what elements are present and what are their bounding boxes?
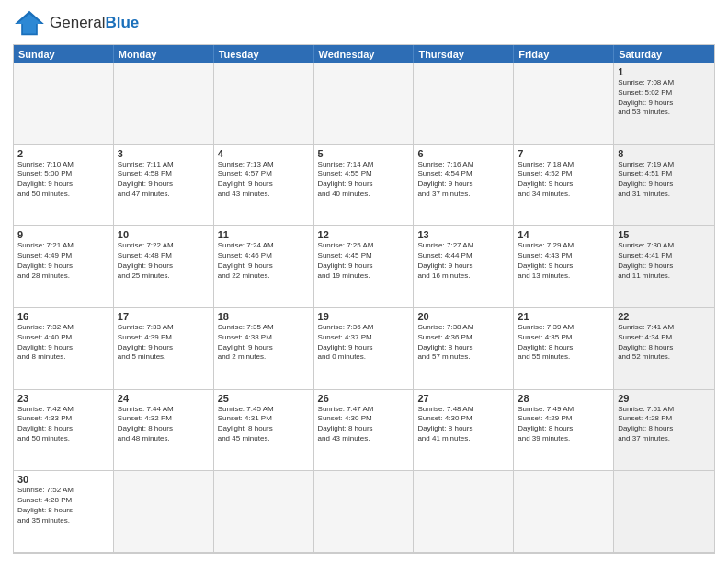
cell-info: Sunrise: 7:11 AM Sunset: 4:58 PM Dayligh…	[118, 160, 210, 200]
empty-cell-3	[314, 63, 415, 145]
empty-cell-40	[514, 471, 614, 553]
day-cell-9: 9Sunrise: 7:21 AM Sunset: 4:49 PM Daylig…	[14, 226, 114, 308]
day-cell-16: 16Sunrise: 7:32 AM Sunset: 4:40 PM Dayli…	[14, 308, 114, 390]
day-header-wednesday: Wednesday	[314, 45, 415, 63]
cell-info: Sunrise: 7:33 AM Sunset: 4:39 PM Dayligh…	[118, 323, 210, 362]
svg-marker-1	[17, 14, 41, 33]
day-cell-18: 18Sunrise: 7:35 AM Sunset: 4:38 PM Dayli…	[214, 308, 314, 390]
day-cell-19: 19Sunrise: 7:36 AM Sunset: 4:37 PM Dayli…	[314, 308, 415, 390]
day-cell-17: 17Sunrise: 7:33 AM Sunset: 4:39 PM Dayli…	[114, 308, 214, 390]
day-number: 8	[618, 148, 711, 159]
day-cell-15: 15Sunrise: 7:30 AM Sunset: 4:41 PM Dayli…	[614, 226, 714, 308]
day-number: 3	[118, 148, 210, 159]
day-header-thursday: Thursday	[414, 45, 514, 63]
cell-info: Sunrise: 7:32 AM Sunset: 4:40 PM Dayligh…	[17, 323, 109, 362]
logo: GeneralBlue	[13, 9, 139, 37]
day-cell-7: 7Sunrise: 7:18 AM Sunset: 4:52 PM Daylig…	[514, 145, 614, 227]
cell-info: Sunrise: 7:13 AM Sunset: 4:57 PM Dayligh…	[218, 160, 310, 200]
cell-info: Sunrise: 7:41 AM Sunset: 4:34 PM Dayligh…	[618, 323, 711, 362]
cell-info: Sunrise: 7:38 AM Sunset: 4:36 PM Dayligh…	[417, 323, 509, 362]
cell-info: Sunrise: 7:18 AM Sunset: 4:52 PM Dayligh…	[518, 160, 609, 200]
empty-cell-37	[214, 471, 314, 553]
cell-info: Sunrise: 7:48 AM Sunset: 4:30 PM Dayligh…	[417, 405, 509, 444]
day-number: 17	[118, 311, 210, 322]
calendar: SundayMondayTuesdayWednesdayThursdayFrid…	[13, 44, 715, 554]
day-number: 21	[518, 311, 609, 322]
day-cell-23: 23Sunrise: 7:42 AM Sunset: 4:33 PM Dayli…	[14, 390, 114, 472]
day-number: 29	[618, 393, 711, 404]
day-cell-1: 1Sunrise: 7:08 AM Sunset: 5:02 PM Daylig…	[614, 63, 714, 145]
cell-info: Sunrise: 7:14 AM Sunset: 4:55 PM Dayligh…	[318, 160, 410, 200]
day-number: 7	[518, 148, 609, 159]
day-header-monday: Monday	[114, 45, 214, 63]
cell-info: Sunrise: 7:22 AM Sunset: 4:48 PM Dayligh…	[118, 241, 210, 281]
cell-info: Sunrise: 7:52 AM Sunset: 4:28 PM Dayligh…	[17, 486, 109, 525]
day-number: 22	[618, 311, 711, 322]
day-number: 23	[17, 393, 109, 404]
cell-info: Sunrise: 7:36 AM Sunset: 4:37 PM Dayligh…	[318, 323, 410, 362]
day-number: 5	[318, 148, 410, 159]
day-cell-6: 6Sunrise: 7:16 AM Sunset: 4:54 PM Daylig…	[414, 145, 514, 227]
day-cell-3: 3Sunrise: 7:11 AM Sunset: 4:58 PM Daylig…	[114, 145, 214, 227]
cell-info: Sunrise: 7:29 AM Sunset: 4:43 PM Dayligh…	[518, 241, 609, 281]
cell-info: Sunrise: 7:51 AM Sunset: 4:28 PM Dayligh…	[618, 405, 711, 444]
empty-cell-38	[314, 471, 415, 553]
day-number: 20	[417, 311, 509, 322]
day-header-saturday: Saturday	[614, 45, 714, 63]
day-cell-25: 25Sunrise: 7:45 AM Sunset: 4:31 PM Dayli…	[214, 390, 314, 472]
day-cell-30: 30Sunrise: 7:52 AM Sunset: 4:28 PM Dayli…	[14, 471, 114, 553]
day-cell-2: 2Sunrise: 7:10 AM Sunset: 5:00 PM Daylig…	[14, 145, 114, 227]
day-number: 9	[17, 229, 109, 240]
cell-info: Sunrise: 7:49 AM Sunset: 4:29 PM Dayligh…	[518, 405, 609, 444]
day-number: 11	[218, 229, 310, 240]
day-cell-27: 27Sunrise: 7:48 AM Sunset: 4:30 PM Dayli…	[414, 390, 514, 472]
empty-cell-36	[114, 471, 214, 553]
empty-cell-2	[214, 63, 314, 145]
cell-info: Sunrise: 7:10 AM Sunset: 5:00 PM Dayligh…	[17, 160, 109, 200]
day-number: 2	[17, 148, 109, 159]
logo-text: GeneralBlue	[50, 14, 139, 32]
empty-cell-1	[114, 63, 214, 145]
empty-cell-39	[414, 471, 514, 553]
day-number: 6	[417, 148, 509, 159]
page: GeneralBlue SundayMondayTuesdayWednesday…	[0, 0, 728, 563]
cell-info: Sunrise: 7:16 AM Sunset: 4:54 PM Dayligh…	[417, 160, 509, 200]
cell-info: Sunrise: 7:24 AM Sunset: 4:46 PM Dayligh…	[218, 241, 310, 281]
cell-info: Sunrise: 7:47 AM Sunset: 4:30 PM Dayligh…	[318, 405, 410, 444]
day-cell-29: 29Sunrise: 7:51 AM Sunset: 4:28 PM Dayli…	[614, 390, 714, 472]
day-cell-26: 26Sunrise: 7:47 AM Sunset: 4:30 PM Dayli…	[314, 390, 415, 472]
day-number: 12	[318, 229, 410, 240]
day-cell-12: 12Sunrise: 7:25 AM Sunset: 4:45 PM Dayli…	[314, 226, 415, 308]
empty-cell-4	[414, 63, 514, 145]
cell-info: Sunrise: 7:25 AM Sunset: 4:45 PM Dayligh…	[318, 241, 410, 281]
day-cell-11: 11Sunrise: 7:24 AM Sunset: 4:46 PM Dayli…	[214, 226, 314, 308]
day-header-tuesday: Tuesday	[214, 45, 314, 63]
day-number: 27	[417, 393, 509, 404]
day-number: 25	[218, 393, 310, 404]
day-cell-21: 21Sunrise: 7:39 AM Sunset: 4:35 PM Dayli…	[514, 308, 614, 390]
day-number: 18	[218, 311, 310, 322]
cell-info: Sunrise: 7:08 AM Sunset: 5:02 PM Dayligh…	[618, 78, 711, 118]
cell-info: Sunrise: 7:27 AM Sunset: 4:44 PM Dayligh…	[417, 241, 509, 281]
cell-info: Sunrise: 7:44 AM Sunset: 4:32 PM Dayligh…	[118, 405, 210, 444]
day-number: 26	[318, 393, 410, 404]
day-cell-20: 20Sunrise: 7:38 AM Sunset: 4:36 PM Dayli…	[414, 308, 514, 390]
day-cell-5: 5Sunrise: 7:14 AM Sunset: 4:55 PM Daylig…	[314, 145, 415, 227]
cell-info: Sunrise: 7:42 AM Sunset: 4:33 PM Dayligh…	[17, 405, 109, 444]
cell-info: Sunrise: 7:45 AM Sunset: 4:31 PM Dayligh…	[218, 405, 310, 444]
day-header-sunday: Sunday	[14, 45, 114, 63]
day-number: 16	[17, 311, 109, 322]
day-cell-24: 24Sunrise: 7:44 AM Sunset: 4:32 PM Dayli…	[114, 390, 214, 472]
empty-cell-41	[614, 471, 714, 553]
cell-info: Sunrise: 7:19 AM Sunset: 4:51 PM Dayligh…	[618, 160, 711, 200]
day-cell-28: 28Sunrise: 7:49 AM Sunset: 4:29 PM Dayli…	[514, 390, 614, 472]
cell-info: Sunrise: 7:21 AM Sunset: 4:49 PM Dayligh…	[17, 241, 109, 281]
cell-info: Sunrise: 7:35 AM Sunset: 4:38 PM Dayligh…	[218, 323, 310, 362]
day-headers: SundayMondayTuesdayWednesdayThursdayFrid…	[14, 45, 714, 63]
day-number: 4	[218, 148, 310, 159]
day-cell-4: 4Sunrise: 7:13 AM Sunset: 4:57 PM Daylig…	[214, 145, 314, 227]
empty-cell-0	[14, 63, 114, 145]
day-number: 1	[618, 66, 711, 77]
day-number: 24	[118, 393, 210, 404]
logo-icon	[13, 9, 46, 37]
